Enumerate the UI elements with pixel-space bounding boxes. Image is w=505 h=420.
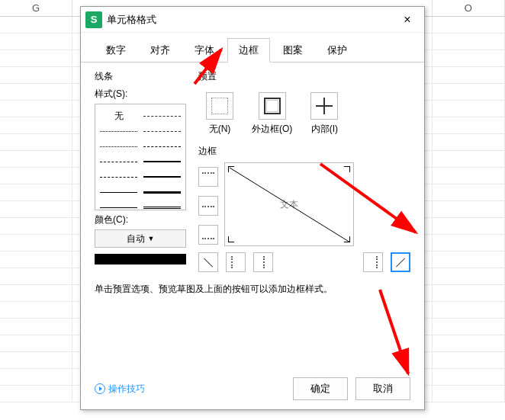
line-style-option[interactable] — [100, 170, 137, 184]
border-left-icon — [231, 256, 240, 268]
tab-number[interactable]: 数字 — [95, 38, 137, 63]
line-style-option[interactable] — [143, 185, 181, 199]
border-left-button[interactable] — [226, 252, 246, 272]
preset-none-button[interactable] — [206, 92, 233, 120]
app-icon: S — [85, 11, 102, 28]
ok-button[interactable]: 确定 — [293, 377, 348, 400]
border-hmid-button[interactable] — [198, 196, 218, 216]
preset-inside-button[interactable] — [310, 92, 338, 120]
tab-border[interactable]: 边框 — [227, 38, 270, 63]
close-button[interactable]: × — [395, 9, 420, 30]
preset-outline-label: 外边框(O) — [252, 123, 292, 136]
border-section-label: 边框 — [198, 145, 410, 158]
column-header-o[interactable]: O — [433, 0, 505, 16]
border-top-button[interactable] — [198, 167, 218, 187]
line-style-option[interactable] — [143, 200, 181, 214]
dialog-title: 单元格格式 — [107, 13, 395, 27]
cell-format-dialog: S 单元格格式 × 数字 对齐 字体 边框 图案 保护 线条 样式(S): 无 — [80, 6, 425, 410]
svg-line-0 — [230, 168, 350, 242]
line-style-option[interactable] — [100, 139, 137, 153]
diag-down-icon — [394, 256, 407, 268]
border-preview[interactable]: 文本 — [224, 162, 354, 246]
hint-text: 单击预置选项、预览草图及上面的按钮可以添加边框样式。 — [95, 283, 410, 296]
color-value: 自动 — [127, 232, 145, 245]
cancel-button[interactable]: 取消 — [355, 377, 410, 400]
tab-alignment[interactable]: 对齐 — [139, 38, 182, 63]
preset-none-label: 无(N) — [209, 123, 231, 136]
border-bottom-icon — [202, 230, 214, 239]
color-dropdown[interactable]: 自动 ▼ — [95, 229, 186, 248]
line-style-option[interactable] — [143, 139, 181, 153]
color-label: 颜色(C): — [95, 213, 186, 226]
line-style-option[interactable] — [100, 200, 137, 214]
line-style-option[interactable] — [100, 124, 137, 138]
line-style-option[interactable] — [143, 109, 181, 123]
line-section-label: 线条 — [95, 70, 186, 83]
preset-inside-label: 内部(I) — [311, 123, 338, 136]
border-vmid-icon — [259, 256, 268, 268]
preset-section-label: 预置 — [198, 70, 410, 83]
line-style-option[interactable] — [143, 155, 181, 168]
border-hmid-icon — [202, 201, 214, 210]
style-label: 样式(S): — [95, 88, 186, 101]
color-preview-bar — [95, 254, 186, 265]
tips-label: 操作技巧 — [108, 383, 145, 396]
border-top-icon — [202, 172, 214, 181]
titlebar: S 单元格格式 × — [81, 7, 424, 33]
line-style-option[interactable] — [143, 170, 181, 184]
line-style-option[interactable] — [100, 185, 137, 199]
tab-pattern[interactable]: 图案 — [272, 38, 314, 63]
tips-link[interactable]: 操作技巧 — [95, 383, 145, 396]
preset-outline-icon — [264, 98, 281, 114]
line-style-option[interactable] — [100, 155, 137, 168]
line-style-option[interactable] — [143, 124, 181, 138]
border-diag-down-button[interactable] — [391, 252, 410, 272]
preset-outline-button[interactable] — [259, 92, 286, 120]
play-icon — [95, 383, 105, 394]
border-vmid-button[interactable] — [253, 252, 273, 272]
border-bottom-button[interactable] — [198, 225, 218, 245]
diag-up-icon — [202, 256, 214, 268]
preset-inside-icon — [316, 98, 333, 114]
chevron-down-icon: ▼ — [148, 235, 155, 242]
line-style-picker[interactable]: 无 — [95, 104, 186, 210]
border-right-button[interactable] — [363, 252, 383, 272]
tab-font[interactable]: 字体 — [183, 38, 226, 63]
column-header-g[interactable]: G — [0, 0, 72, 16]
line-style-none[interactable]: 无 — [100, 109, 137, 123]
border-right-icon — [368, 256, 378, 268]
preset-none-icon — [211, 98, 228, 114]
border-diag-up-button[interactable] — [198, 252, 218, 272]
preview-diagonal-line — [225, 163, 353, 245]
tab-protection[interactable]: 保护 — [316, 38, 359, 63]
tab-bar: 数字 对齐 字体 边框 图案 保护 — [81, 33, 424, 63]
